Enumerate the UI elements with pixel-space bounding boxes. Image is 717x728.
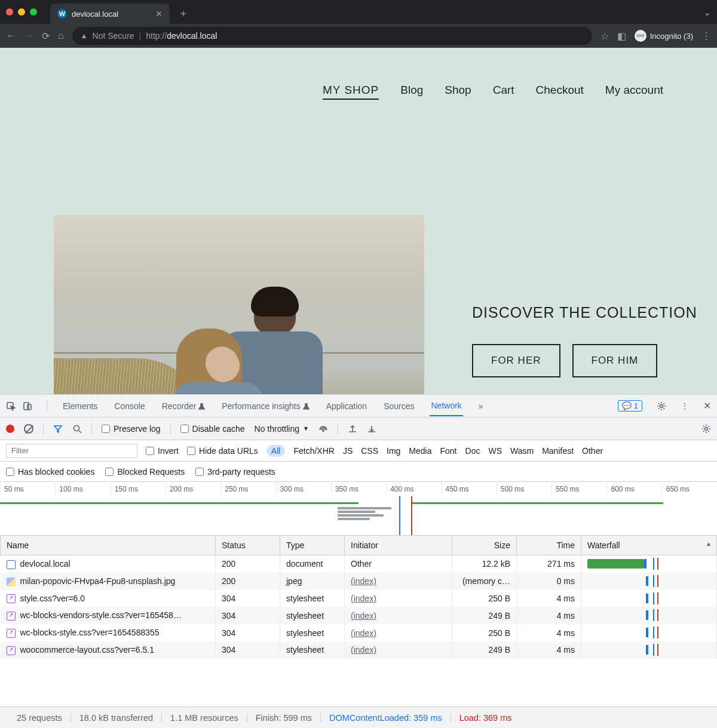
address-bar[interactable]: ▲ Not Secure | http://devlocal.local <box>72 27 592 45</box>
col-waterfall[interactable]: Waterfall▲ <box>581 536 717 555</box>
hero-title: DISCOVER THE COLLECTION <box>472 304 697 321</box>
type-other[interactable]: Other <box>582 446 603 456</box>
timeline-tick: 100 ms <box>55 482 110 496</box>
type-fetch[interactable]: Fetch/XHR <box>293 446 334 456</box>
tab-sources[interactable]: Sources <box>382 397 415 416</box>
devtools-settings-icon[interactable] <box>657 401 666 411</box>
devtools-menu-icon[interactable]: ⋮ <box>681 401 689 411</box>
type-img[interactable]: Img <box>387 446 400 456</box>
devtools-close-icon[interactable]: ✕ <box>703 400 711 411</box>
disable-cache-checkbox[interactable]: Disable cache <box>180 424 245 434</box>
dcl-marker <box>399 496 400 535</box>
hero-section: DISCOVER THE COLLECTION FOR HER FOR HIM <box>54 215 697 394</box>
tab-application[interactable]: Application <box>325 397 369 416</box>
file-type-icon <box>7 560 16 569</box>
type-doc[interactable]: Doc <box>465 446 480 456</box>
col-time[interactable]: Time <box>517 536 581 555</box>
col-type[interactable]: Type <box>280 536 345 555</box>
device-toggle-icon[interactable] <box>23 401 32 411</box>
cta-for-her-button[interactable]: FOR HER <box>472 344 560 377</box>
blocked-requests-checkbox[interactable]: Blocked Requests <box>105 467 185 477</box>
table-row[interactable]: wc-blocks-vendors-style.css?ver=165458… … <box>1 607 717 624</box>
col-initiator[interactable]: Initiator <box>345 536 452 555</box>
browser-toolbar: ← → ⟳ ⌂ ▲ Not Secure | http://devlocal.l… <box>0 24 717 48</box>
table-row[interactable]: woocommerce-layout.css?ver=6.5.1 304 sty… <box>1 641 717 659</box>
incognito-indicator[interactable]: 👓 Incognito (3) <box>635 30 693 42</box>
type-css[interactable]: CSS <box>361 446 378 456</box>
filter-toggle-icon[interactable] <box>53 424 63 434</box>
browser-tab[interactable]: W devlocal.local ✕ <box>50 4 170 24</box>
type-font[interactable]: Font <box>440 446 457 456</box>
type-ws[interactable]: WS <box>488 446 502 456</box>
new-tab-button[interactable]: ＋ <box>178 6 189 20</box>
back-button[interactable]: ← <box>6 30 16 41</box>
nav-checkout[interactable]: Checkout <box>536 84 584 100</box>
forward-button[interactable]: → <box>24 30 33 41</box>
panel-toggle-icon[interactable]: ◧ <box>617 30 626 42</box>
table-row[interactable]: wc-blocks-style.css?ver=1654588355 304 s… <box>1 624 717 641</box>
invert-checkbox[interactable]: Invert <box>146 446 179 456</box>
nav-cart[interactable]: Cart <box>493 84 514 100</box>
third-party-checkbox[interactable]: 3rd-party requests <box>195 467 275 477</box>
nav-account[interactable]: My account <box>605 84 663 100</box>
col-status[interactable]: Status <box>216 536 280 555</box>
status-resources: 1.1 MB resources <box>162 713 247 723</box>
browser-menu-icon[interactable]: ⋮ <box>701 30 711 42</box>
tab-network[interactable]: Network <box>430 396 462 416</box>
table-row[interactable]: milan-popovic-FHvpa4-Fpu8-unsplash.jpg 2… <box>1 573 717 590</box>
hide-data-urls-checkbox[interactable]: Hide data URLs <box>187 446 258 456</box>
network-timeline[interactable]: 50 ms100 ms150 ms200 ms250 ms300 ms350 m… <box>0 482 717 536</box>
record-button[interactable] <box>6 425 14 433</box>
inspect-element-icon[interactable] <box>6 401 16 411</box>
preserve-log-checkbox[interactable]: Preserve log <box>102 424 161 434</box>
clear-button[interactable] <box>24 424 33 434</box>
type-js[interactable]: JS <box>343 446 353 456</box>
type-media[interactable]: Media <box>409 446 431 456</box>
search-icon[interactable] <box>72 424 82 434</box>
svg-rect-2 <box>27 404 31 410</box>
timeline-tick: 250 ms <box>220 482 275 496</box>
window-zoom-icon[interactable] <box>30 8 37 16</box>
url-text: http://devlocal.local <box>146 31 217 41</box>
timeline-detail-bars <box>338 507 391 521</box>
issues-badge[interactable]: 💬 1 <box>618 400 642 411</box>
window-close-icon[interactable] <box>6 8 13 16</box>
import-har-icon[interactable] <box>348 424 357 434</box>
tabs-overflow-icon[interactable]: ⌄ <box>703 7 711 18</box>
blocked-cookies-checkbox[interactable]: Has blocked cookies <box>6 467 94 477</box>
bookmark-icon[interactable]: ☆ <box>600 30 609 42</box>
incognito-icon: 👓 <box>635 30 646 42</box>
nav-blog[interactable]: Blog <box>400 84 423 100</box>
export-har-icon[interactable] <box>367 424 376 434</box>
timeline-tick: 150 ms <box>111 482 166 496</box>
col-size[interactable]: Size <box>452 536 517 555</box>
nav-brand[interactable]: MY SHOP <box>323 84 379 100</box>
home-button[interactable]: ⌂ <box>58 30 64 41</box>
network-filter-row: Invert Hide data URLs All Fetch/XHR JS C… <box>0 440 717 462</box>
type-manifest[interactable]: Manifest <box>542 446 574 456</box>
network-settings-icon[interactable] <box>701 424 711 434</box>
site-nav: MY SHOP Blog Shop Cart Checkout My accou… <box>323 84 663 100</box>
timeline-tick: 500 ms <box>497 482 551 496</box>
timeline-tick: 300 ms <box>276 482 331 496</box>
tab-elements[interactable]: Elements <box>62 397 99 416</box>
reload-button[interactable]: ⟳ <box>42 30 50 42</box>
col-name[interactable]: Name <box>1 536 216 555</box>
throttling-select[interactable]: No throttling ▼ <box>255 424 309 434</box>
table-row[interactable]: style.css?ver=6.0 304 stylesheet (index)… <box>1 590 717 607</box>
nav-shop[interactable]: Shop <box>445 84 471 100</box>
flask-icon <box>198 403 205 410</box>
tab-close-icon[interactable]: ✕ <box>155 9 163 19</box>
tab-performance-insights[interactable]: Performance insights <box>220 397 310 416</box>
window-minimize-icon[interactable] <box>18 8 25 16</box>
type-wasm[interactable]: Wasm <box>510 446 534 456</box>
network-conditions-icon[interactable] <box>318 424 328 434</box>
svg-point-6 <box>705 427 708 430</box>
table-row[interactable]: devlocal.local 200 document Other 12.2 k… <box>1 555 717 573</box>
filter-input[interactable] <box>6 444 137 458</box>
tab-recorder[interactable]: Recorder <box>161 397 206 416</box>
tabs-more-icon[interactable]: » <box>477 397 485 416</box>
cta-for-him-button[interactable]: FOR HIM <box>572 344 658 377</box>
type-all[interactable]: All <box>266 445 286 457</box>
tab-console[interactable]: Console <box>113 397 146 416</box>
